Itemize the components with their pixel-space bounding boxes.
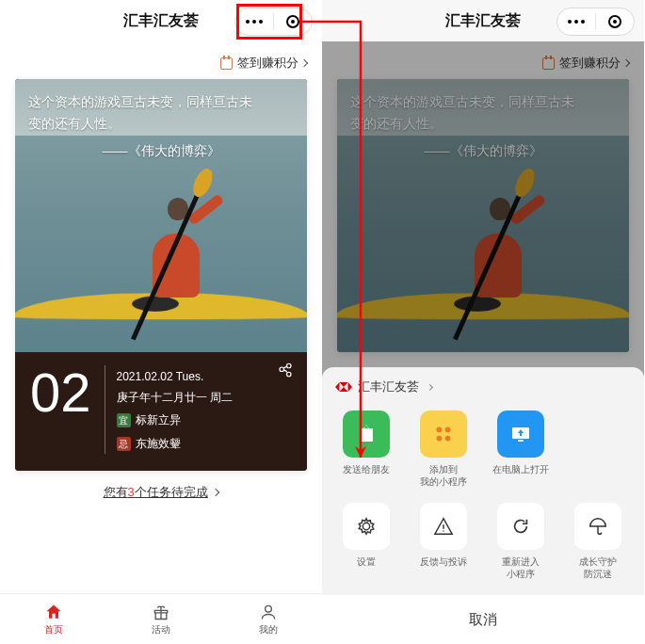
tab-home[interactable]: 首页: [0, 594, 107, 644]
svg-point-0: [266, 605, 272, 612]
user-icon: [259, 603, 278, 621]
capsule: [234, 8, 313, 36]
home-icon: [44, 603, 63, 621]
tab-mine[interactable]: 我的: [215, 594, 322, 644]
calendar-icon: [220, 57, 233, 70]
close-button[interactable]: [596, 8, 634, 36]
more-button[interactable]: [557, 8, 595, 36]
svg-rect-6: [518, 440, 524, 442]
action-feedback[interactable]: 反馈与投诉: [409, 503, 478, 580]
action-add-miniprogram[interactable]: 添加到 我的小程序: [409, 411, 478, 488]
action-open-on-pc[interactable]: 在电脑上打开: [486, 411, 556, 488]
grid-icon: [420, 411, 467, 458]
share-button[interactable]: [277, 362, 294, 382]
phone-left: 汇丰汇友荟 签到赚积分 这个资本的游戏亘古未变，同样亘古未 变的还: [0, 0, 322, 644]
gear-icon: [343, 503, 390, 550]
action-row-2: 设置 反馈与投诉 重新进入 小程序: [322, 497, 644, 589]
app-title: 汇丰汇友荟: [445, 11, 521, 31]
chevron-right-icon: [427, 383, 433, 390]
close-button[interactable]: [274, 8, 312, 36]
svg-point-3: [436, 436, 442, 442]
action-row-1: 发送给朋友 添加到 我的小程序 在电脑上打开: [322, 407, 644, 497]
monitor-icon: [497, 411, 544, 458]
action-restart[interactable]: 重新进入 小程序: [486, 503, 556, 580]
card-container: 这个资本的游戏亘古未变，同样亘古未 变的还有人性。 ——《伟大的博弈》 02 2…: [0, 79, 322, 593]
yi-tag: 宜: [117, 413, 131, 427]
topbar: 汇丰汇友荟: [0, 0, 322, 41]
capsule: [556, 8, 635, 36]
tab-bar: 首页 活动 我的: [0, 593, 322, 644]
refresh-icon: [497, 503, 544, 550]
date-bar: 02 2021.02.02 Tues. 庚子年十二月廿一 周二 宜标新立异 忌东…: [15, 352, 307, 471]
more-icon: [246, 20, 263, 24]
chevron-right-icon: [300, 59, 308, 67]
more-icon: [568, 20, 585, 24]
task-link[interactable]: 您有3个任务待完成: [15, 471, 307, 510]
sheet-title-link[interactable]: 汇丰汇友荟: [322, 367, 644, 407]
svg-point-2: [445, 427, 451, 432]
target-icon: [286, 15, 299, 28]
svg-point-1: [436, 427, 442, 432]
action-send-to-friend[interactable]: 发送给朋友: [331, 411, 401, 488]
ji-tag: 忌: [117, 437, 131, 451]
share-icon: [277, 362, 294, 378]
day-number: 02: [30, 365, 91, 454]
date-lunar: 庚子年十二月廿一 周二: [117, 388, 233, 409]
hsbc-logo-icon: [335, 378, 352, 395]
umbrella-icon: [574, 503, 621, 550]
action-guardian[interactable]: 成长守护 防沉迷: [563, 503, 633, 580]
gift-icon: [152, 603, 170, 621]
action-sheet: 汇丰汇友荟 发送给朋友 添加到 我的小程序: [322, 367, 644, 644]
signin-link[interactable]: 签到赚积分: [0, 41, 322, 79]
hero-image: 这个资本的游戏亘古未变，同样亘古未 变的还有人性。 ——《伟大的博弈》: [15, 79, 307, 352]
phone-right: 汇丰汇友荟 签到赚积分: [322, 0, 644, 644]
quote-text: 这个资本的游戏亘古未变，同样亘古未 变的还有人性。 ——《伟大的博弈》: [28, 92, 294, 163]
cancel-button[interactable]: 取消: [322, 595, 644, 644]
warning-icon: [420, 503, 467, 550]
chevron-right-icon: [212, 489, 219, 496]
app-title: 汇丰汇友荟: [123, 11, 199, 31]
svg-point-4: [445, 436, 451, 442]
tab-activity[interactable]: 活动: [107, 594, 215, 644]
signin-label: 签到赚积分: [237, 55, 298, 72]
more-button[interactable]: [235, 8, 273, 36]
target-icon: [608, 15, 621, 28]
send-icon: [343, 411, 390, 458]
hero-card[interactable]: 这个资本的游戏亘古未变，同样亘古未 变的还有人性。 ——《伟大的博弈》 02 2…: [15, 79, 307, 471]
topbar: 汇丰汇友荟: [322, 0, 644, 41]
action-settings[interactable]: 设置: [331, 503, 401, 580]
date-full: 2021.02.02 Tues.: [117, 367, 233, 388]
